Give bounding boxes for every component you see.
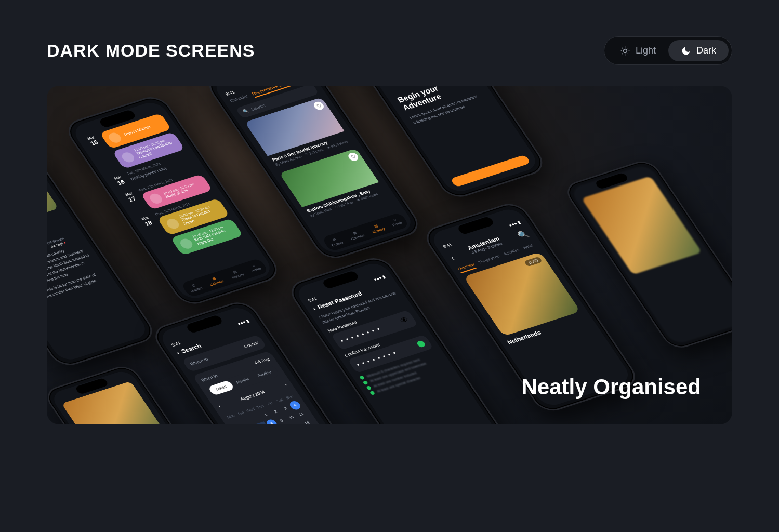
svg-point-0: [624, 49, 627, 52]
tab-calendar[interactable]: Calender: [229, 94, 250, 105]
back-icon[interactable]: ‹: [175, 350, 181, 356]
nav-profile[interactable]: ☺Profile: [248, 263, 262, 273]
status-icons: ●●● ▮: [236, 318, 250, 326]
dark-mode-button[interactable]: Dark: [668, 40, 729, 61]
status-time: 9:41: [442, 242, 453, 249]
eye-icon[interactable]: 👁: [398, 315, 411, 325]
status-icons: ●●● ▮: [508, 220, 522, 228]
tab-overview[interactable]: Overview: [457, 262, 477, 273]
tab-hotel[interactable]: Hotel: [522, 243, 535, 252]
page-title: DARK MODE SCREENS: [47, 41, 255, 61]
next-month-icon[interactable]: ›: [284, 382, 288, 387]
sun-icon: [620, 46, 630, 56]
cta-button[interactable]: [450, 154, 531, 187]
search-icon[interactable]: 🔍: [516, 229, 531, 240]
nav-itinerary[interactable]: ▤Itinerary: [369, 222, 386, 233]
prev-month-icon[interactable]: ‹: [217, 404, 221, 408]
back-icon[interactable]: ‹: [311, 305, 317, 312]
bottom-nav: ◎Explore ▦Calendar ▤Itinerary ☺Profile: [180, 258, 269, 297]
overlay-caption: Neatly Organised: [522, 375, 701, 400]
tab-activities[interactable]: Activities: [503, 248, 521, 259]
nav-itinerary[interactable]: ▤Itinerary: [228, 269, 245, 280]
status-icons: ●●● ▮: [373, 274, 387, 282]
back-icon[interactable]: ‹: [448, 254, 456, 262]
moon-icon: [681, 46, 691, 56]
status-time: 9:41: [170, 341, 181, 348]
dark-label: Dark: [696, 45, 716, 56]
status-time: 9:41: [307, 297, 318, 303]
bottom-nav: ◎Explore ▦Calendar ▤Itinerary ☺Profile: [322, 212, 410, 251]
nav-calendar[interactable]: ▦Calendar: [206, 275, 225, 286]
image-counter: 12/50: [524, 256, 543, 267]
theme-toggle: Light Dark: [604, 36, 732, 65]
status-time: 9:41: [225, 90, 235, 97]
nav-explore[interactable]: ◎Explore: [187, 282, 203, 293]
check-icon: [416, 340, 426, 348]
search-icon: 🔍: [242, 108, 250, 114]
light-mode-button[interactable]: Light: [608, 40, 668, 61]
nav-explore[interactable]: ◎Explore: [328, 236, 344, 247]
nav-profile[interactable]: ☺Profile: [389, 217, 403, 227]
light-label: Light: [636, 45, 656, 56]
showcase: Neatly Organised 📍View Map ...ne to Visi…: [47, 86, 732, 424]
nav-calendar[interactable]: ▦Calendar: [347, 229, 365, 241]
month-label: August 2024: [240, 390, 266, 402]
